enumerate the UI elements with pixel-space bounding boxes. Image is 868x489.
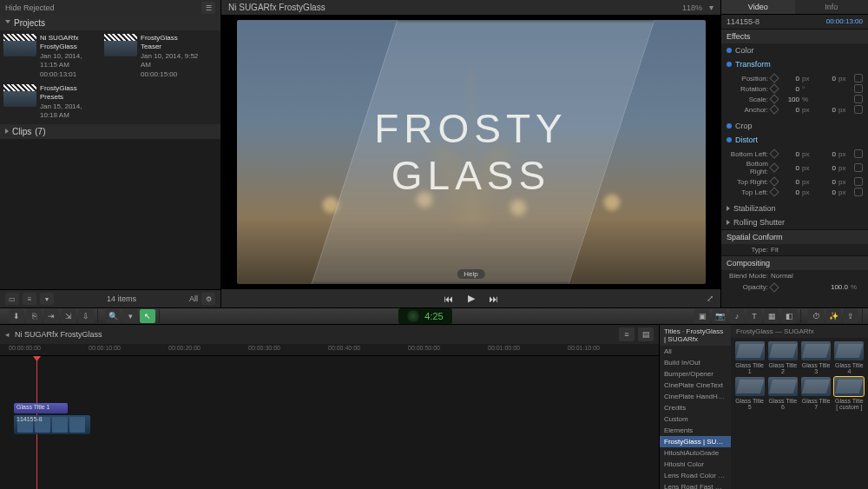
- reset-icon[interactable]: [854, 188, 863, 196]
- play-button[interactable]: ▶: [464, 293, 478, 304]
- project-item[interactable]: FrostyGlass Presets Jan 15, 2014, 10:18 …: [3, 84, 99, 121]
- timeline-index-icon[interactable]: ≡: [619, 327, 635, 341]
- title-preset[interactable]: Glass Title 4: [834, 341, 865, 374]
- viewer-canvas[interactable]: FROSTY GLASS Help: [237, 20, 706, 284]
- viewer-zoom[interactable]: 118%: [682, 3, 702, 12]
- project-item[interactable]: Ni SUGARfx FrostyGlass Jan 10, 2014, 11:…: [3, 34, 99, 79]
- photos-icon[interactable]: 📷: [712, 309, 727, 323]
- clips-section-header[interactable]: Clips (7): [0, 124, 220, 139]
- type-value[interactable]: Fit: [771, 246, 779, 254]
- title-category[interactable]: Lens Road Color Pre...: [660, 470, 731, 481]
- crop-group[interactable]: Crop: [721, 119, 868, 133]
- title-clip[interactable]: Glass Title 1: [14, 403, 68, 413]
- param-x[interactable]: 0: [780, 164, 799, 172]
- title-category[interactable]: Custom: [660, 413, 731, 425]
- filmstrip-icon[interactable]: ▭: [5, 293, 19, 305]
- reset-icon[interactable]: [854, 74, 863, 83]
- title-category[interactable]: Bumper/Opener: [660, 368, 731, 380]
- overwrite-icon[interactable]: ⇩: [78, 309, 94, 323]
- title-category[interactable]: Build In/Out: [660, 357, 731, 368]
- append-icon[interactable]: ⇲: [61, 309, 76, 323]
- library-icon[interactable]: ▣: [694, 309, 710, 323]
- all-label[interactable]: All: [189, 294, 198, 303]
- prev-button[interactable]: ⏮: [442, 294, 456, 304]
- keyframe-icon[interactable]: [769, 83, 779, 93]
- timecode-display[interactable]: 4:25: [398, 308, 451, 324]
- import-icon[interactable]: ⬇: [9, 309, 24, 323]
- title-category[interactable]: Hitoshi Color: [660, 459, 731, 470]
- fullscreen-icon[interactable]: ⤢: [707, 294, 713, 303]
- param-x[interactable]: 0: [780, 106, 799, 114]
- title-category[interactable]: All: [660, 346, 731, 357]
- keyframe-icon[interactable]: [769, 176, 779, 186]
- title-preset[interactable]: Glass Title 5: [734, 377, 765, 410]
- reset-icon[interactable]: [854, 105, 863, 114]
- title-category[interactable]: Elements: [660, 425, 731, 436]
- video-clip[interactable]: 114155-8: [14, 415, 90, 434]
- tools-menu[interactable]: ▾: [122, 309, 138, 323]
- keyframe-icon[interactable]: [769, 73, 779, 83]
- share-icon[interactable]: ⇪: [843, 309, 858, 323]
- connect-icon[interactable]: ⎘: [26, 309, 42, 323]
- checkbox-icon[interactable]: [727, 48, 732, 53]
- tab-info[interactable]: Info: [795, 0, 869, 14]
- title-category[interactable]: FrostyGlass | SUGARfx: [660, 436, 731, 447]
- title-preset[interactable]: Glass Title 3: [801, 341, 832, 374]
- rolling-shutter-row[interactable]: Rolling Shutter: [721, 215, 868, 229]
- reset-icon[interactable]: [854, 163, 863, 172]
- titles-icon[interactable]: T: [746, 309, 762, 323]
- opacity-value[interactable]: 100.0: [829, 283, 848, 291]
- jog-wheel-icon[interactable]: [407, 310, 419, 322]
- retime-icon[interactable]: ⏱: [808, 309, 824, 323]
- music-icon[interactable]: ♪: [729, 309, 745, 323]
- distort-header[interactable]: Distort: [721, 133, 868, 147]
- param-y[interactable]: 0: [817, 178, 836, 186]
- keyframe-icon[interactable]: [769, 187, 779, 196]
- select-tool[interactable]: ↖: [140, 309, 155, 323]
- title-preset[interactable]: Glass Title [ custom ]: [834, 377, 865, 410]
- param-x[interactable]: 0: [780, 150, 799, 158]
- next-button[interactable]: ⏭: [487, 294, 501, 304]
- reset-icon[interactable]: [854, 149, 863, 158]
- reset-icon[interactable]: [854, 84, 863, 93]
- keyframe-icon[interactable]: [769, 104, 779, 114]
- title-category[interactable]: Lens Road Fast Mask: [660, 481, 731, 489]
- param-x[interactable]: 0: [780, 178, 799, 186]
- param-x[interactable]: 100: [780, 96, 799, 103]
- param-x[interactable]: 0: [780, 188, 799, 196]
- param-y[interactable]: 0: [817, 164, 836, 172]
- viewer-settings-icon[interactable]: ▾: [709, 3, 713, 12]
- checkbox-icon[interactable]: [727, 123, 732, 129]
- checkbox-icon[interactable]: [727, 137, 732, 142]
- keyframe-icon[interactable]: [769, 162, 779, 172]
- generators-icon[interactable]: ▦: [764, 309, 779, 323]
- param-y[interactable]: 0: [817, 188, 836, 196]
- stabilization-row[interactable]: Stabilization: [721, 202, 868, 215]
- browser-menu-icon[interactable]: ☰: [201, 2, 215, 14]
- title-preset[interactable]: Glass Title 2: [767, 341, 798, 374]
- timeline-tracks[interactable]: Glass Title 1 114155-8: [0, 356, 659, 489]
- title-preset[interactable]: Glass Title 1: [734, 341, 765, 374]
- param-y[interactable]: 0: [817, 150, 836, 158]
- title-category[interactable]: HitoshiAutoGrade: [660, 447, 731, 459]
- blend-value[interactable]: Normal: [771, 272, 793, 280]
- hide-rejected-label[interactable]: Hide Rejected: [5, 3, 55, 12]
- search-icon[interactable]: 🔍: [105, 309, 121, 323]
- themes-icon[interactable]: ◧: [781, 309, 797, 323]
- title-category[interactable]: Credits: [660, 402, 731, 413]
- checkbox-icon[interactable]: [727, 62, 732, 67]
- reset-icon[interactable]: [854, 95, 863, 103]
- param-y[interactable]: 0: [817, 106, 836, 114]
- list-icon[interactable]: ≡: [23, 293, 36, 305]
- keyframe-icon[interactable]: [769, 94, 779, 103]
- keyframe-icon[interactable]: [769, 149, 779, 158]
- title-category[interactable]: CinePlate HandHeld: [660, 391, 731, 402]
- param-x[interactable]: 0: [780, 85, 799, 93]
- title-category[interactable]: CinePlate CineText: [660, 380, 731, 391]
- reset-icon[interactable]: [854, 177, 863, 186]
- param-y[interactable]: 0: [817, 75, 836, 83]
- color-group[interactable]: Color: [721, 43, 868, 57]
- tab-video[interactable]: Video: [721, 0, 795, 14]
- title-preset[interactable]: Glass Title 6: [767, 377, 798, 410]
- project-item[interactable]: FrostyGlass Teaser Jan 10, 2014, 9:52 AM…: [104, 34, 200, 79]
